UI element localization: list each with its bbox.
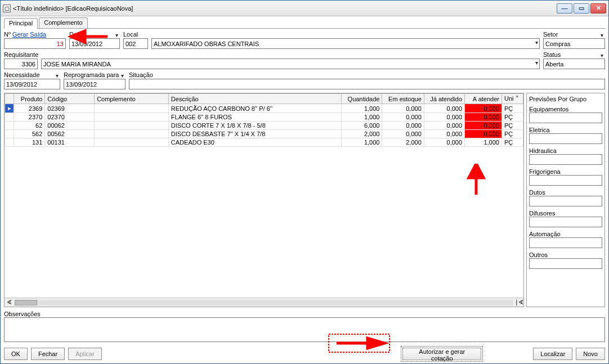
local-nome-input[interactable] — [151, 38, 540, 49]
cell-codigo[interactable]: 00562 — [45, 130, 95, 138]
requisitante-nome-input[interactable] — [41, 59, 540, 69]
row-indicator: ▸ — [5, 104, 14, 113]
tab-complemento[interactable]: Complemento — [39, 17, 87, 28]
cell-uni[interactable]: PÇ — [501, 104, 523, 113]
local-codigo-input[interactable] — [123, 38, 148, 49]
cell-descricao[interactable]: REDUÇÃO AÇO CARBONO 8'' P/ 6'' — [168, 104, 341, 113]
cell-ja-atendido[interactable]: 0,000 — [424, 138, 464, 147]
grupo-automacao-input[interactable] — [529, 237, 602, 248]
observacoes-textarea[interactable] — [4, 317, 605, 342]
row-indicator — [5, 138, 14, 147]
cell-em-estoque[interactable]: 2,000 — [382, 138, 424, 147]
cell-produto[interactable]: 2370 — [14, 113, 45, 122]
cell-em-estoque[interactable]: 0,000 — [382, 130, 424, 138]
scroll-left-icon[interactable]: ∢ — [5, 299, 14, 306]
data-input[interactable] — [69, 38, 120, 49]
cell-descricao[interactable]: FLANGE 6'' 8 FUROS — [168, 113, 341, 122]
table-row[interactable]: ▸236902369REDUÇÃO AÇO CARBONO 8'' P/ 6''… — [5, 104, 523, 113]
tab-principal[interactable]: Principal — [4, 18, 38, 29]
cell-a-atender[interactable]: 1,000 — [465, 138, 502, 147]
grupo-frigorigena-input[interactable] — [529, 175, 602, 186]
necessidade-input[interactable] — [4, 79, 60, 89]
header-produto[interactable]: Produto — [14, 94, 45, 104]
cell-uni[interactable]: PÇ — [501, 138, 523, 147]
status-input[interactable] — [543, 59, 605, 69]
cell-ja-atendido[interactable]: 0,000 — [424, 130, 464, 138]
cell-codigo[interactable]: 00131 — [45, 138, 95, 147]
scroll-right-icon[interactable]: ∣∢ — [514, 299, 523, 306]
header-uni[interactable]: Uni ˄ — [501, 94, 523, 104]
header-codigo[interactable]: Código — [45, 94, 95, 104]
cell-a-atender[interactable]: 0,000 — [465, 122, 502, 130]
header-ja-atendido[interactable]: Já atendido — [424, 94, 464, 104]
reprogramada-input[interactable] — [64, 79, 126, 89]
cell-codigo[interactable]: 00062 — [45, 122, 95, 130]
numero-label: Nº Gerar Saída — [4, 31, 66, 38]
cell-descricao[interactable]: DISCO DESBASTE 7'' X 1/4 X 7/8 — [168, 130, 341, 138]
autorizar-button[interactable]: Autorizar e gerar cotação — [402, 348, 481, 360]
cell-quantidade[interactable]: 1,000 — [342, 104, 382, 113]
row-indicator — [5, 113, 14, 122]
cell-complemento[interactable] — [95, 130, 169, 138]
cell-complemento[interactable] — [95, 113, 169, 122]
cell-ja-atendido[interactable]: 0,000 — [424, 104, 464, 113]
close-button[interactable]: ✕ — [590, 3, 606, 14]
grupo-outros-input[interactable] — [529, 258, 602, 269]
grupo-dutos-label: Dutos — [529, 189, 545, 196]
cell-a-atender[interactable]: 0,000 — [465, 104, 502, 113]
header-descricao[interactable]: Descrição — [168, 94, 341, 104]
cell-codigo[interactable]: 02369 — [45, 104, 95, 113]
cell-produto[interactable]: 131 — [14, 138, 45, 147]
cell-complemento[interactable] — [95, 104, 169, 113]
table-row[interactable]: 56200562DISCO DESBASTE 7'' X 1/4 X 7/82,… — [5, 130, 523, 138]
header-complemento[interactable]: Complemento — [95, 94, 169, 104]
cell-produto[interactable]: 2369 — [14, 104, 45, 113]
numero-input[interactable] — [4, 38, 66, 49]
maximize-button[interactable]: ▭ — [574, 3, 589, 14]
cell-ja-atendido[interactable]: 0,000 — [424, 122, 464, 130]
header-quantidade[interactable]: Quantidade — [342, 94, 382, 104]
cell-em-estoque[interactable]: 0,000 — [382, 113, 424, 122]
grupo-equipamentos-input[interactable] — [529, 113, 602, 123]
grupo-difusores-input[interactable] — [529, 217, 602, 227]
fechar-button[interactable]: Fechar — [31, 348, 65, 360]
cell-uni[interactable]: PÇ — [501, 122, 523, 130]
cell-em-estoque[interactable]: 0,000 — [382, 104, 424, 113]
cell-produto[interactable]: 562 — [14, 130, 45, 138]
cell-ja-atendido[interactable]: 0,000 — [424, 113, 464, 122]
gerar-saida-link[interactable]: Gerar Saída — [12, 31, 46, 38]
cell-uni[interactable]: PÇ — [501, 113, 523, 122]
cell-quantidade[interactable]: 2,000 — [342, 130, 382, 138]
cell-codigo[interactable]: 02370 — [45, 113, 95, 122]
cell-a-atender[interactable]: 0,000 — [465, 113, 502, 122]
cell-quantidade[interactable]: 1,000 — [342, 138, 382, 147]
situacao-input[interactable] — [129, 79, 605, 89]
cell-quantidade[interactable]: 6,000 — [342, 122, 382, 130]
cell-descricao[interactable]: CADEADO E30 — [168, 138, 341, 147]
minimize-button[interactable]: — — [557, 3, 572, 14]
cell-a-atender[interactable]: 0,000 — [465, 130, 502, 138]
cell-produto[interactable]: 62 — [14, 122, 45, 130]
data-label: Data — [69, 31, 120, 38]
header-a-atender[interactable]: A atender — [465, 94, 502, 104]
localizar-button[interactable]: Localizar — [533, 348, 572, 360]
cell-em-estoque[interactable]: 0,000 — [382, 122, 424, 130]
novo-button[interactable]: Novo — [576, 348, 605, 360]
cell-complemento[interactable] — [95, 138, 169, 147]
table-row[interactable]: 237002370FLANGE 6'' 8 FUROS1,0000,0000,0… — [5, 113, 523, 122]
grupo-dutos-input[interactable] — [529, 196, 602, 206]
setor-input[interactable] — [543, 38, 605, 49]
cell-quantidade[interactable]: 1,000 — [342, 113, 382, 122]
table-row[interactable]: 6200062DISCO CORTE 7 X 1/8 X 7/8 - 5/86,… — [5, 122, 523, 130]
produtos-grid[interactable]: Produto Código Complemento Descrição Qua… — [4, 93, 524, 307]
cell-descricao[interactable]: DISCO CORTE 7 X 1/8 X 7/8 - 5/8 — [168, 122, 341, 130]
cell-uni[interactable]: PÇ — [501, 130, 523, 138]
cell-complemento[interactable] — [95, 122, 169, 130]
grupo-eletrica-input[interactable] — [529, 133, 602, 144]
ok-button[interactable]: OK — [4, 348, 28, 360]
grupo-hidraulica-input[interactable] — [529, 154, 602, 165]
requisitante-codigo-input[interactable] — [4, 59, 38, 69]
grid-horizontal-scrollbar[interactable]: ∢ ∣∢ — [5, 298, 523, 307]
table-row[interactable]: 13100131CADEADO E301,0002,0000,0001,000P… — [5, 138, 523, 147]
header-em-estoque[interactable]: Em estoque — [382, 94, 424, 104]
